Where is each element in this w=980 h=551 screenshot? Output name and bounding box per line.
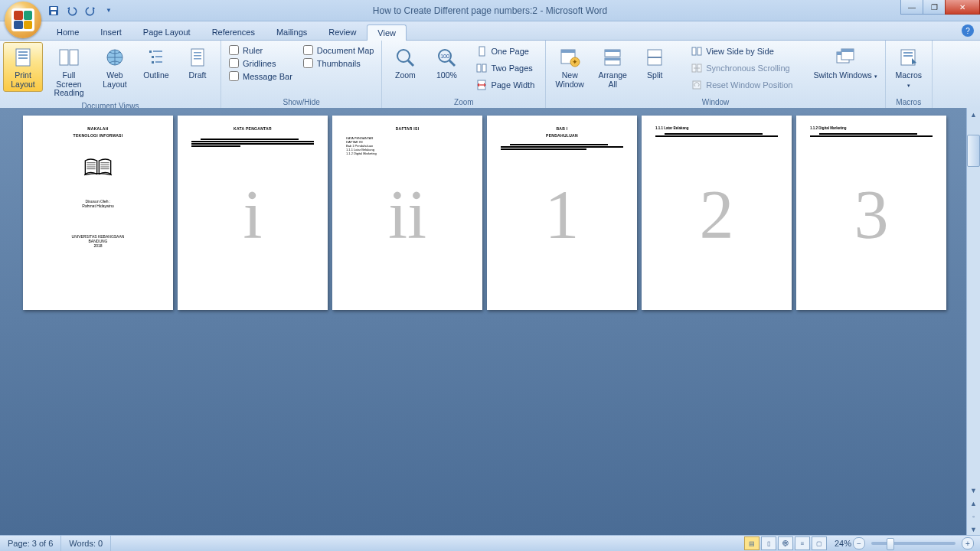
view-full-screen-button[interactable]: ▯ [761, 536, 776, 550]
tab-insert[interactable]: Insert [90, 24, 132, 40]
browse-object-button[interactable]: ◦ [967, 510, 980, 523]
qat-save-button[interactable] [46, 3, 61, 18]
office-button[interactable] [5, 2, 41, 38]
svg-rect-26 [477, 64, 481, 72]
two-pages-icon [475, 62, 488, 74]
browse-prev-button[interactable]: ▲ [967, 497, 980, 510]
switch-windows-button[interactable]: Switch Windows ▾ [808, 42, 881, 83]
qat-redo-button[interactable] [83, 3, 98, 18]
p2-title: KATA PENGANTAR [191, 126, 314, 131]
p5-watermark: 2 [700, 175, 734, 254]
close-button[interactable]: ✕ [945, 0, 980, 15]
zoom-in-button[interactable]: + [962, 537, 974, 549]
page-thumbnail-6[interactable]: 1.1.2 Digital Marketing 3 [796, 116, 946, 310]
svg-rect-34 [605, 50, 620, 52]
view-draft-button[interactable]: ▢ [812, 536, 827, 550]
maximize-button[interactable]: ❐ [923, 0, 946, 15]
tab-review[interactable]: Review [318, 24, 367, 40]
zoom-value[interactable]: 24% [835, 539, 851, 548]
svg-rect-12 [152, 56, 154, 58]
view-print-layout-button[interactable]: ▤ [744, 536, 760, 550]
qat-undo-button[interactable] [64, 3, 80, 18]
tab-references[interactable]: References [201, 24, 266, 40]
switch-windows-label: Switch Windows ▾ [813, 71, 877, 80]
view-web-button[interactable]: 🌐︎ [778, 536, 793, 550]
svg-rect-30 [561, 50, 575, 53]
print-layout-button[interactable]: Print Layout [3, 42, 43, 92]
zoom-slider-knob[interactable] [887, 538, 894, 550]
scroll-thumb[interactable] [967, 135, 980, 167]
ruler-checkbox[interactable]: Ruler [229, 45, 292, 55]
new-window-button[interactable]: ✦ New Window [549, 42, 590, 92]
one-page-button[interactable]: One Page [472, 44, 537, 59]
one-page-label: One Page [491, 47, 529, 56]
message-bar-checkbox[interactable]: Message Bar [229, 71, 292, 81]
macros-button[interactable]: Macros▾ [889, 42, 929, 92]
one-page-icon [475, 45, 488, 57]
quick-access-toolbar: ▼ [46, 3, 116, 18]
page-thumbnail-4[interactable]: BAB I PENDAHULUAN 1 [487, 116, 637, 310]
page-thumbnail-3[interactable]: DAFTAR ISI KATA PENGANTAR DAFTAR ISI Bab… [332, 116, 482, 310]
browse-next-button[interactable]: ▼ [967, 523, 980, 536]
page-thumbnail-1[interactable]: MAKALAH TEKNOLOGI INFORMASI Disusun Oleh… [23, 116, 173, 310]
svg-rect-17 [194, 52, 201, 54]
minimize-button[interactable]: — [900, 0, 923, 15]
zoom-100-button[interactable]: 100 100% [426, 42, 466, 83]
reset-window-position-button[interactable]: Reset Window Position [688, 77, 795, 93]
qat-customize-button[interactable]: ▼ [101, 3, 116, 18]
two-pages-label: Two Pages [491, 64, 532, 73]
book-icon [83, 156, 113, 178]
arrange-all-label: Arrange All [596, 71, 629, 89]
thumbnails-checkbox[interactable]: Thumbnails [303, 58, 374, 68]
magnifier-icon [393, 45, 417, 70]
p1-title1: MAKALAH [37, 126, 159, 131]
status-words[interactable]: Words: 0 [61, 536, 111, 551]
macros-group-label: Macros [889, 97, 929, 108]
scroll-down-button[interactable]: ▼ [967, 484, 980, 497]
help-button[interactable]: ? [962, 24, 974, 37]
draft-button[interactable]: Draft [178, 42, 217, 83]
page-thumbnail-5[interactable]: 1.1.1 Latar Belakang 2 [642, 116, 792, 310]
svg-rect-16 [191, 49, 204, 66]
svg-rect-40 [697, 47, 701, 55]
document-map-checkbox[interactable]: Document Map [303, 45, 374, 55]
draft-icon [185, 45, 210, 70]
full-screen-label: Full Screen Reading [49, 71, 89, 98]
page-width-button[interactable]: Page Width [472, 77, 537, 93]
macros-label: Macros▾ [896, 71, 922, 89]
full-screen-reading-button[interactable]: Full Screen Reading [44, 42, 93, 101]
vertical-scrollbar[interactable]: ▲ ▼ ▲ ◦ ▼ [966, 108, 980, 536]
split-label: Split [647, 71, 662, 80]
tab-view[interactable]: View [367, 24, 407, 41]
document-map-label: Document Map [317, 46, 374, 55]
split-button[interactable]: Split [635, 42, 675, 83]
tab-home[interactable]: Home [46, 24, 90, 40]
group-zoom: Zoom 100 100% One Page Two Pages Page Wi… [382, 41, 546, 108]
tab-page-layout[interactable]: Page Layout [132, 24, 201, 40]
side-by-side-label: View Side by Side [706, 47, 773, 56]
status-page[interactable]: Page: 3 of 6 [0, 536, 61, 551]
view-outline-button[interactable]: ≡ [795, 536, 810, 550]
full-screen-icon [57, 45, 81, 70]
outline-button[interactable]: Outline [136, 42, 176, 83]
p3-title: DAFTAR ISI [346, 126, 469, 131]
zoom-slider[interactable] [871, 542, 956, 545]
gridlines-checkbox[interactable]: Gridlines [229, 58, 292, 68]
p3-watermark: ii [388, 175, 426, 254]
svg-rect-11 [153, 51, 162, 52]
arrange-all-button[interactable]: Arrange All [592, 42, 633, 92]
document-area[interactable]: MAKALAH TEKNOLOGI INFORMASI Disusun Oleh… [0, 108, 980, 536]
tab-mailings[interactable]: Mailings [266, 24, 318, 40]
zoom-button[interactable]: Zoom [385, 42, 425, 83]
synchronous-scrolling-button[interactable]: Synchronous Scrolling [688, 60, 795, 76]
view-side-by-side-button[interactable]: View Side by Side [688, 44, 795, 59]
ribbon: Print Layout Full Screen Reading Web Lay… [0, 41, 980, 109]
web-layout-button[interactable]: Web Layout [95, 42, 135, 92]
svg-rect-25 [479, 47, 485, 56]
zoom-out-button[interactable]: − [853, 537, 865, 549]
svg-rect-7 [60, 50, 68, 65]
page-thumbnail-2[interactable]: KATA PENGANTAR i [178, 116, 328, 310]
scroll-up-button[interactable]: ▲ [967, 108, 980, 121]
svg-rect-18 [194, 55, 201, 57]
two-pages-button[interactable]: Two Pages [472, 60, 537, 76]
